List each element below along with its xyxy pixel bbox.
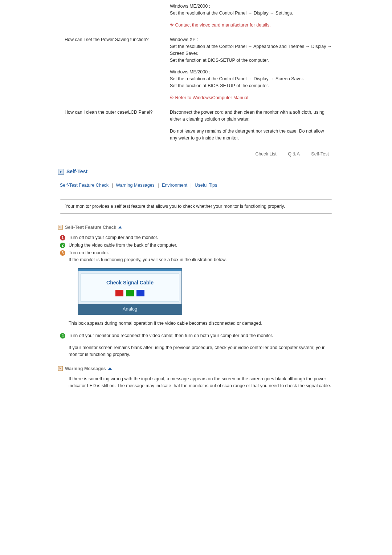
- jump-useful-tips[interactable]: Useful Tips: [195, 183, 217, 188]
- jump-warning[interactable]: Warning Messages: [116, 183, 155, 188]
- link-q-and-a[interactable]: Q & A: [288, 151, 300, 157]
- intro-text: Your monitor provides a self test featur…: [65, 204, 285, 209]
- step-row: 2 Unplug the video cable from the back o…: [58, 242, 334, 249]
- arrow-right-icon: [58, 169, 64, 175]
- intro-box: Your monitor provides a self test featur…: [60, 199, 332, 214]
- arrow-right-icon: [58, 225, 63, 230]
- qa-row-clean: How can I clean the outer case/LCD Panel…: [58, 106, 334, 141]
- section-heading: Self-Test: [58, 168, 334, 175]
- step-number-icon: 2: [60, 243, 65, 248]
- back-to-top-icon[interactable]: [118, 226, 122, 228]
- section-title: Self-Test: [66, 168, 87, 175]
- warning-text: If there is something wrong with the inp…: [69, 376, 334, 389]
- jump-environment[interactable]: Environment: [162, 183, 187, 188]
- step-text: Turn off both your computer and the moni…: [69, 234, 334, 241]
- answer-text: Disconnect the power cord and then clean…: [170, 109, 332, 123]
- subheading-warning: Warning Messages: [58, 365, 334, 372]
- subheading-label: Warning Messages: [65, 365, 106, 372]
- diagram-message: Check Signal Cable: [81, 279, 179, 287]
- step-text: Turn off your monitor and reconnect the …: [69, 332, 334, 339]
- step-number-icon: 4: [60, 333, 65, 339]
- step-number-icon: 3: [60, 250, 65, 256]
- link-check-list[interactable]: Check List: [255, 151, 276, 157]
- subheading-self-test: Self-Test Feature Check: [58, 224, 334, 231]
- step-text: This box appears during normal operation…: [69, 320, 334, 327]
- diagram-mode: Analog: [78, 304, 181, 314]
- step-text: If the monitor is functioning properly, …: [69, 256, 334, 263]
- step-text: Turn on the monitor.: [69, 250, 334, 256]
- question-text: How can I set the Power Saving function?: [58, 36, 170, 106]
- color-square-red: [115, 290, 123, 296]
- question-text: How can I clean the outer case/LCD Panel…: [58, 109, 170, 141]
- step-text: If your monitor screen remains blank aft…: [69, 344, 334, 358]
- self-test-diagram: Check Signal Cable Analog: [78, 268, 182, 315]
- back-to-top-icon[interactable]: [108, 367, 112, 370]
- qa-row-prev: Windows ME/2000 : Set the resolution at …: [58, 0, 334, 33]
- answer-text: Windows ME/2000 : Set the resolution at …: [170, 69, 332, 89]
- note-text: Contact the video card manufacturer for …: [170, 22, 332, 29]
- answer-text: Windows XP : Set the resolution at the C…: [170, 36, 332, 64]
- color-square-green: [126, 290, 134, 296]
- step-number-icon: 1: [60, 235, 65, 240]
- step-row: 4 Turn off your monitor and reconnect th…: [58, 332, 334, 363]
- step-text: Unplug the video cable from the back of …: [69, 242, 334, 249]
- subheading-label: Self-Test Feature Check: [65, 224, 116, 231]
- link-self-test[interactable]: Self-Test: [311, 151, 329, 157]
- jump-self-test[interactable]: Self-Test Feature Check: [60, 183, 109, 188]
- note-text: Refer to Windows/Computer Manual: [170, 94, 332, 101]
- step-row: 1 Turn off both your computer and the mo…: [58, 234, 334, 241]
- answer-text: Windows ME/2000 : Set the resolution at …: [170, 3, 332, 17]
- paragraph-row: If there is something wrong with the inp…: [58, 376, 334, 389]
- jump-link-row: Self-Test Feature Check | Warning Messag…: [58, 182, 334, 199]
- qa-row-power: How can I set the Power Saving function?…: [58, 33, 334, 106]
- step-row: 3 Turn on the monitor. If the monitor is…: [58, 250, 334, 332]
- answer-text: Do not leave any remains of the detergen…: [170, 128, 332, 142]
- arrow-right-icon: [58, 366, 63, 371]
- color-square-blue: [136, 290, 144, 296]
- top-link-row: Check List Q & A Self-Test: [58, 141, 334, 164]
